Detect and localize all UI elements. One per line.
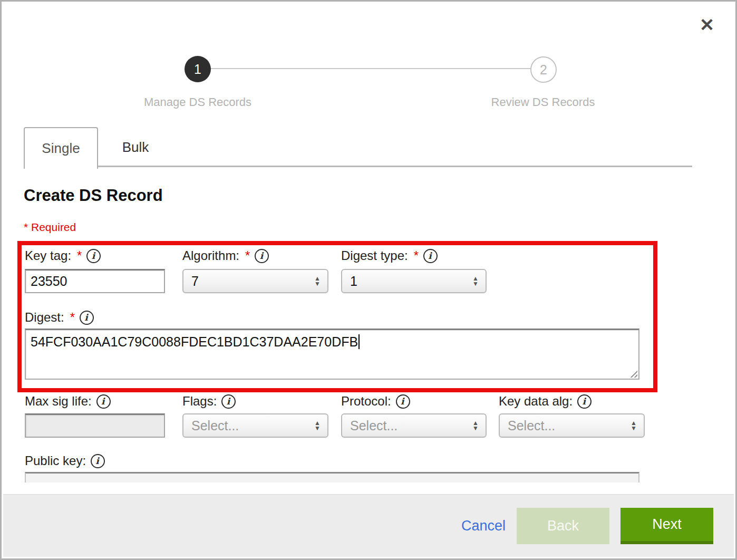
digest-textarea[interactable]: 54FCF030AA1C79C0088FDEC1BD1C37DAA2E70DFB [25, 329, 639, 380]
tab-single[interactable]: Single [24, 127, 98, 169]
digest-value: 54FCF030AA1C79C0088FDEC1BD1C37DAA2E70DFB [31, 334, 358, 349]
flags-select[interactable]: Select... ▲▼ [182, 413, 328, 438]
required-asterisk: * [70, 310, 75, 325]
tab-bulk[interactable]: Bulk [98, 127, 173, 167]
digest-type-label: Digest type: [341, 248, 408, 263]
key-tag-label: Key tag: [25, 248, 71, 263]
create-ds-record-modal: ✕ 1 2 Manage DS Records Review DS Record… [0, 0, 737, 560]
info-icon[interactable]: i [577, 394, 591, 409]
algorithm-label-group: Algorithm: * i [182, 248, 269, 263]
select-stepper-icon: ▲▼ [472, 420, 479, 431]
close-icon[interactable]: ✕ [695, 13, 719, 36]
key-data-alg-select[interactable]: Select... ▲▼ [499, 413, 645, 438]
max-sig-life-label-group: Max sig life: i [25, 394, 111, 409]
resize-handle-icon[interactable] [629, 369, 637, 378]
select-stepper-icon: ▲▼ [472, 276, 479, 286]
step-1-label: Manage DS Records [92, 95, 303, 109]
protocol-select[interactable]: Select... ▲▼ [341, 413, 487, 438]
select-stepper-icon: ▲▼ [631, 420, 637, 431]
info-icon[interactable]: i [396, 394, 410, 409]
select-stepper-icon: ▲▼ [314, 276, 321, 286]
info-icon[interactable]: i [91, 454, 105, 468]
info-icon[interactable]: i [255, 249, 269, 263]
step-2-label: Review DS Records [438, 95, 648, 109]
flags-select-value: Select... [191, 418, 239, 433]
required-note: * Required [24, 221, 76, 234]
digest-type-select[interactable]: 1 ▲▼ [341, 269, 487, 293]
public-key-label: Public key: [25, 453, 86, 468]
key-data-alg-select-value: Select... [508, 418, 555, 433]
info-icon[interactable]: i [80, 311, 94, 325]
step-2-indicator: 2 [530, 56, 557, 83]
info-icon[interactable]: i [423, 249, 438, 263]
max-sig-life-input [25, 413, 165, 438]
algorithm-label: Algorithm: [182, 248, 239, 263]
info-icon[interactable]: i [86, 249, 101, 263]
algorithm-select[interactable]: 7 ▲▼ [182, 269, 328, 293]
back-button[interactable]: Back [517, 508, 609, 544]
flags-label: Flags: [182, 394, 217, 409]
digest-label: Digest: [25, 310, 64, 325]
public-key-label-group: Public key: i [25, 453, 105, 468]
public-key-textarea[interactable] [25, 472, 639, 482]
protocol-label: Protocol: [341, 394, 391, 409]
step-1-indicator: 1 [185, 56, 211, 82]
page-title: Create DS Record [24, 186, 163, 205]
tab-strip: Single Bulk [24, 127, 692, 167]
info-icon[interactable]: i [96, 394, 111, 409]
modal-footer: Cancel Back Next [3, 494, 734, 557]
select-stepper-icon: ▲▼ [314, 420, 321, 431]
info-icon[interactable]: i [221, 394, 236, 409]
digest-type-label-group: Digest type: * i [341, 248, 438, 263]
algorithm-select-value: 7 [191, 274, 199, 289]
cancel-link[interactable]: Cancel [461, 518, 506, 534]
required-asterisk: * [414, 248, 419, 263]
digest-type-select-value: 1 [350, 274, 357, 289]
protocol-select-value: Select... [350, 418, 397, 433]
key-tag-label-group: Key tag: * i [25, 248, 101, 263]
key-data-alg-label: Key data alg: [499, 394, 573, 409]
max-sig-life-label: Max sig life: [25, 394, 92, 409]
digest-label-group: Digest: * i [25, 310, 94, 325]
key-tag-input[interactable] [25, 269, 165, 293]
flags-label-group: Flags: i [182, 394, 236, 409]
required-asterisk: * [245, 248, 250, 263]
protocol-label-group: Protocol: i [341, 394, 410, 409]
text-cursor [358, 334, 360, 349]
stepper-connector [210, 68, 532, 69]
required-asterisk: * [77, 248, 82, 263]
key-data-alg-label-group: Key data alg: i [499, 394, 591, 409]
next-button[interactable]: Next [620, 508, 713, 544]
